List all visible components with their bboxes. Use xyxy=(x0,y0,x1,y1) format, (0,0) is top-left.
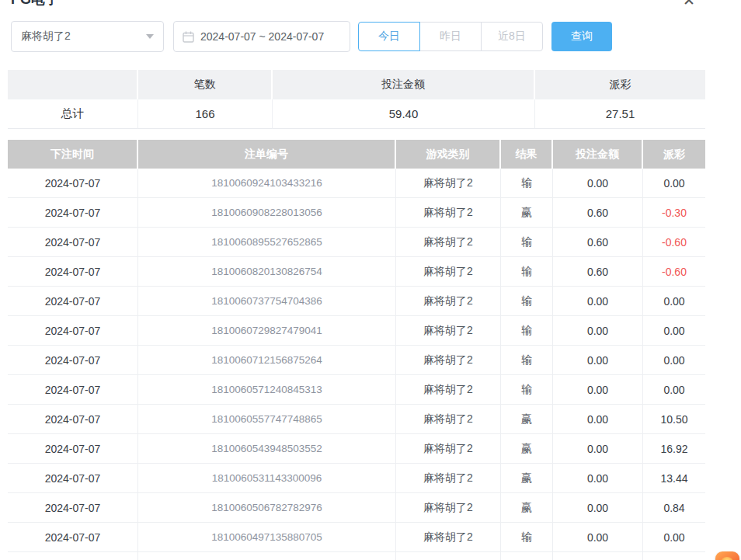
game-type-cell: 麻将胡了2 xyxy=(396,375,501,405)
bet-id-cell: 1810060895527652865 xyxy=(138,228,396,257)
payout-cell: 10.50 xyxy=(643,405,705,434)
summary-header-count: 笔数 xyxy=(138,70,273,99)
bet-time-cell: 2024-07-07 xyxy=(8,287,138,316)
chevron-down-icon xyxy=(146,34,154,39)
payout-cell: -0.30 xyxy=(643,198,705,228)
result-cell: 赢 xyxy=(501,405,553,434)
report-modal: PG电子 ✕ 麻将胡了2 2024-07-07 ~ 2024-07-07 今日 … xyxy=(0,0,741,560)
bet-amount-cell: 0.00 xyxy=(553,375,643,405)
payout-cell: -0.60 xyxy=(643,228,705,257)
table-cell-empty xyxy=(8,552,138,560)
game-type-cell: 麻将胡了2 xyxy=(396,169,501,198)
game-type-cell: 麻将胡了2 xyxy=(396,346,501,375)
summary-header-row: 笔数 投注金额 派彩 xyxy=(8,70,705,99)
bet-time-cell: 2024-07-07 xyxy=(8,464,138,493)
close-icon[interactable]: ✕ xyxy=(680,0,698,9)
bet-id-cell: 1810060543948503552 xyxy=(138,434,396,464)
bet-amount-cell: 0.00 xyxy=(553,316,643,346)
summary-header-empty xyxy=(8,70,138,99)
date-range-picker[interactable]: 2024-07-07 ~ 2024-07-07 xyxy=(173,21,350,52)
table-row: 2024-07-071810060543948503552麻将胡了2赢0.001… xyxy=(8,434,705,464)
bet-amount-cell: 0.00 xyxy=(553,287,643,316)
quick-range-group: 今日 昨日 近8日 xyxy=(358,22,543,51)
bet-time-cell: 2024-07-07 xyxy=(8,523,138,552)
result-cell: 输 xyxy=(501,375,553,405)
result-cell: 输 xyxy=(501,316,553,346)
floating-service-icon[interactable] xyxy=(715,551,739,560)
bet-time-cell: 2024-07-07 xyxy=(8,375,138,405)
last-8-days-button[interactable]: 近8日 xyxy=(481,22,543,51)
game-type-cell: 麻将胡了2 xyxy=(396,464,501,493)
game-select-value: 麻将胡了2 xyxy=(21,30,71,43)
game-select[interactable]: 麻将胡了2 xyxy=(11,21,164,52)
payout-cell: 0.00 xyxy=(643,375,705,405)
summary-table: 笔数 投注金额 派彩 总计 166 59.40 27.51 xyxy=(8,70,705,129)
bet-amount-cell: 0.00 xyxy=(553,493,643,523)
bet-time-cell: 2024-07-07 xyxy=(8,434,138,464)
bet-time-cell: 2024-07-07 xyxy=(8,228,138,257)
bet-id-cell: 1810060908228013056 xyxy=(138,198,396,228)
result-cell: 赢 xyxy=(501,464,553,493)
result-cell: 输 xyxy=(501,228,553,257)
result-cell: 输 xyxy=(501,523,553,552)
table-row: 2024-07-071810060820130826754麻将胡了2输0.60-… xyxy=(8,257,705,287)
table-cell-empty xyxy=(501,552,553,560)
summary-total-bet-amount: 59.40 xyxy=(273,99,535,129)
game-type-cell: 麻将胡了2 xyxy=(396,287,501,316)
date-range-value: 2024-07-07 ~ 2024-07-07 xyxy=(200,30,324,43)
bet-id-cell: 1810060497135880705 xyxy=(138,523,396,552)
table-row: 2024-07-071810060924103433216麻将胡了2输0.000… xyxy=(8,169,705,198)
result-cell: 输 xyxy=(501,346,553,375)
table-cell-empty xyxy=(643,552,705,560)
payout-cell: 0.00 xyxy=(643,523,705,552)
bet-time-cell: 2024-07-07 xyxy=(8,346,138,375)
game-type-cell: 麻将胡了2 xyxy=(396,316,501,346)
today-button[interactable]: 今日 xyxy=(358,22,420,51)
result-cell: 赢 xyxy=(501,198,553,228)
table-row: 2024-07-071810060908228013056麻将胡了2赢0.60-… xyxy=(8,198,705,228)
table-row-partial xyxy=(8,552,705,560)
game-type-cell: 麻将胡了2 xyxy=(396,434,501,464)
payout-cell: 0.84 xyxy=(643,493,705,523)
payout-cell: 13.44 xyxy=(643,464,705,493)
col-header-bet-time: 下注时间 xyxy=(8,140,138,169)
bet-amount-cell: 0.00 xyxy=(553,464,643,493)
search-button[interactable]: 查询 xyxy=(551,22,612,51)
bet-table: 下注时间 注单编号 游戏类别 结果 投注金额 派彩 2024-07-071810… xyxy=(8,140,705,560)
yesterday-button[interactable]: 昨日 xyxy=(419,22,482,51)
result-cell: 输 xyxy=(501,169,553,198)
bet-amount-cell: 0.00 xyxy=(553,169,643,198)
game-type-cell: 麻将胡了2 xyxy=(396,228,501,257)
bet-amount-cell: 0.00 xyxy=(553,523,643,552)
table-cell-empty xyxy=(138,552,396,560)
table-row: 2024-07-071810060506782782976麻将胡了2赢0.000… xyxy=(8,493,705,523)
calendar-icon xyxy=(183,31,194,43)
result-cell: 赢 xyxy=(501,434,553,464)
bet-id-cell: 1810060531143300096 xyxy=(138,464,396,493)
result-cell: 输 xyxy=(501,257,553,287)
game-type-cell: 麻将胡了2 xyxy=(396,257,501,287)
bet-table-header-row: 下注时间 注单编号 游戏类别 结果 投注金额 派彩 xyxy=(8,140,705,169)
game-type-cell: 麻将胡了2 xyxy=(396,493,501,523)
summary-header-payout: 派彩 xyxy=(535,70,705,99)
table-row: 2024-07-071810060497135880705麻将胡了2输0.000… xyxy=(8,523,705,552)
summary-header-bet-amount: 投注金额 xyxy=(273,70,535,99)
bet-id-cell: 1810060506782782976 xyxy=(138,493,396,523)
game-type-cell: 麻将胡了2 xyxy=(396,405,501,434)
bet-id-cell: 1810060729827479041 xyxy=(138,316,396,346)
bet-id-cell: 1810060712156875264 xyxy=(138,346,396,375)
bet-amount-cell: 0.60 xyxy=(553,198,643,228)
col-header-bet-amount: 投注金额 xyxy=(553,140,643,169)
payout-cell: 16.92 xyxy=(643,434,705,464)
table-row: 2024-07-071810060729827479041麻将胡了2输0.000… xyxy=(8,316,705,346)
col-header-result: 结果 xyxy=(501,140,553,169)
summary-total-payout: 27.51 xyxy=(535,99,705,129)
game-type-cell: 麻将胡了2 xyxy=(396,523,501,552)
bet-time-cell: 2024-07-07 xyxy=(8,493,138,523)
bet-id-cell: 1810060571240845313 xyxy=(138,375,396,405)
col-header-game-type: 游戏类别 xyxy=(396,140,501,169)
page-title: PG电子 xyxy=(11,0,59,9)
table-row: 2024-07-071810060712156875264麻将胡了2输0.000… xyxy=(8,346,705,375)
bet-id-cell: 1810060820130826754 xyxy=(138,257,396,287)
bet-id-cell: 1810060557747748865 xyxy=(138,405,396,434)
